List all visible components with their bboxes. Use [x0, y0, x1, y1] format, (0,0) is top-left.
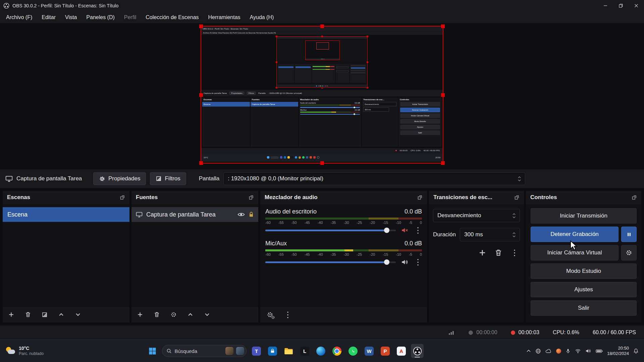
tray-chevron-up-icon[interactable]: [526, 349, 531, 353]
transition-menu-button[interactable]: ⋮: [511, 249, 519, 257]
notification-bell-icon[interactable]: [633, 348, 639, 354]
remove-transition-button[interactable]: [494, 249, 502, 257]
taskbar-app-obs[interactable]: [411, 344, 424, 358]
taskbar-app-chrome[interactable]: [330, 344, 343, 358]
mute-button[interactable]: [401, 227, 409, 234]
weather-widget[interactable]: 10°C Parc. nublado: [4, 346, 44, 356]
tray-volume-icon[interactable]: [585, 348, 591, 354]
taskbar-app-powerpoint[interactable]: P: [379, 344, 391, 358]
taskbar-app-store[interactable]: [266, 344, 279, 358]
menu-coleccion-escenas[interactable]: Colección de Escenas: [141, 11, 203, 23]
exit-button[interactable]: Salir: [531, 300, 637, 316]
remove-scene-button[interactable]: [25, 311, 31, 318]
tray-wifi-icon[interactable]: [575, 349, 581, 353]
volume-meter: [265, 218, 422, 220]
close-button[interactable]: [629, 0, 644, 11]
menu-archivo[interactable]: Archivo (F): [1, 11, 37, 23]
source-item[interactable]: Captura de pantalla Tarea: [131, 207, 258, 222]
mixer-menu-button[interactable]: ⋮: [284, 311, 292, 319]
transitions-popout-button[interactable]: [514, 195, 520, 200]
channel-menu-button[interactable]: ⋮: [414, 258, 422, 266]
sources-list: Captura de pantalla Tarea: [131, 204, 258, 306]
move-source-up-button[interactable]: [187, 311, 194, 318]
restore-button[interactable]: [613, 0, 629, 11]
move-scene-down-button[interactable]: [75, 311, 81, 318]
menu-vista[interactable]: Vista: [60, 11, 82, 23]
preview-canvas[interactable]: OBS 30.0.2 - Perfil: Sin Título - Escena…: [201, 26, 443, 164]
handle-top-right[interactable]: [441, 24, 445, 28]
scene-filters-button[interactable]: [42, 312, 48, 318]
menu-herramientas[interactable]: Herramientas: [204, 11, 245, 23]
mixer-popout-button[interactable]: [417, 195, 423, 200]
studio-mode-button[interactable]: Modo Estudio: [531, 263, 637, 279]
menu-paneles[interactable]: Paneles (D): [82, 11, 119, 23]
search-highlight-image[interactable]: [236, 347, 244, 355]
controls-popout-button[interactable]: [632, 195, 637, 200]
fps-indicator: 60.00 / 60.00 FPS: [593, 329, 636, 336]
volume-slider[interactable]: [265, 227, 396, 234]
channel-db: 0.0 dB: [405, 208, 422, 215]
handle-bottom-left[interactable]: [199, 161, 203, 165]
taskbar-app-acrobat[interactable]: A: [395, 344, 408, 358]
handle-mid-right[interactable]: [441, 93, 445, 97]
tray-onedrive-icon[interactable]: [545, 349, 552, 353]
taskbar-app-edge[interactable]: [314, 344, 327, 358]
settings-button[interactable]: Ajustes: [531, 282, 637, 297]
start-streaming-button[interactable]: Iniciar Transmisión: [531, 208, 637, 224]
taskbar-app-file-explorer[interactable]: [282, 344, 295, 358]
sources-popout-button[interactable]: [249, 195, 254, 200]
menu-ayuda[interactable]: Ayuda (H): [245, 11, 279, 23]
handle-bottom-center[interactable]: [320, 161, 324, 165]
start-button[interactable]: [146, 344, 159, 358]
stream-status-icon: [469, 330, 473, 335]
add-scene-button[interactable]: [8, 311, 14, 318]
advanced-audio-button[interactable]: [266, 311, 274, 319]
move-scene-up-button[interactable]: [58, 311, 64, 318]
add-transition-button[interactable]: [478, 249, 486, 257]
taskbar-app-l[interactable]: L: [298, 344, 311, 358]
search-input[interactable]: [174, 348, 223, 354]
taskbar-app-whatsapp[interactable]: [346, 344, 359, 358]
menu-editar[interactable]: Editar: [37, 11, 60, 23]
taskbar-app-teams[interactable]: T: [250, 344, 263, 358]
tray-globe-icon[interactable]: [535, 348, 541, 354]
menu-perfil[interactable]: Perfil: [119, 11, 141, 23]
source-visibility-eye-icon[interactable]: [237, 212, 245, 217]
volume-slider[interactable]: [265, 259, 396, 265]
handle-mid-left[interactable]: [199, 93, 203, 97]
tray-battery-icon[interactable]: [596, 349, 603, 353]
move-source-down-button[interactable]: [204, 311, 210, 318]
tray-mic-icon[interactable]: [566, 348, 571, 354]
source-lock-icon[interactable]: [249, 212, 254, 218]
record-time: 00:00:03: [519, 329, 539, 336]
pause-recording-button[interactable]: [621, 227, 637, 242]
taskbar-search[interactable]: [162, 345, 247, 357]
screen-select[interactable]: : 644x362 @ 0,0 (Monitor principal): [223, 172, 525, 185]
source-toolbar: Captura de pantalla Tarea Propiedades Fi…: [0, 169, 644, 188]
stepper-arrows-icon[interactable]: [513, 232, 516, 237]
scenes-popout-button[interactable]: [120, 195, 125, 200]
properties-button[interactable]: Propiedades: [93, 172, 146, 185]
start-virtual-camera-button[interactable]: Iniciar Cámara Virtual: [531, 245, 619, 260]
handle-top-left[interactable]: [199, 24, 203, 28]
tray-color-app-icon[interactable]: [556, 349, 561, 354]
add-source-button[interactable]: [137, 311, 143, 318]
duration-input[interactable]: 300 ms: [460, 228, 520, 241]
stop-recording-button[interactable]: Detener Grabación: [531, 227, 619, 242]
taskbar-app-word[interactable]: W: [363, 344, 375, 358]
minimize-button[interactable]: [598, 0, 613, 11]
scene-item-escena[interactable]: Escena: [3, 207, 129, 222]
virtual-camera-settings-button[interactable]: [621, 245, 637, 260]
unmuted-speaker-button[interactable]: [401, 259, 409, 265]
cpu-usage: CPU: 0.6%: [553, 329, 579, 336]
handle-bottom-right[interactable]: [441, 161, 445, 165]
source-properties-button[interactable]: [170, 311, 177, 318]
transition-select[interactable]: Desvanecimiento: [433, 209, 520, 222]
taskbar-clock[interactable]: 20:50 18/02/2024: [607, 346, 629, 357]
handle-top-center[interactable]: [320, 24, 324, 28]
channel-menu-button[interactable]: ⋮: [414, 226, 422, 234]
mixer-channel-mic: Mic/Aux 0.0 dB -60-55-50-45-40-35-30-25-…: [265, 240, 422, 266]
search-highlight-image[interactable]: [225, 347, 233, 355]
remove-source-button[interactable]: [154, 311, 160, 318]
filters-button[interactable]: Filtros: [150, 172, 186, 185]
